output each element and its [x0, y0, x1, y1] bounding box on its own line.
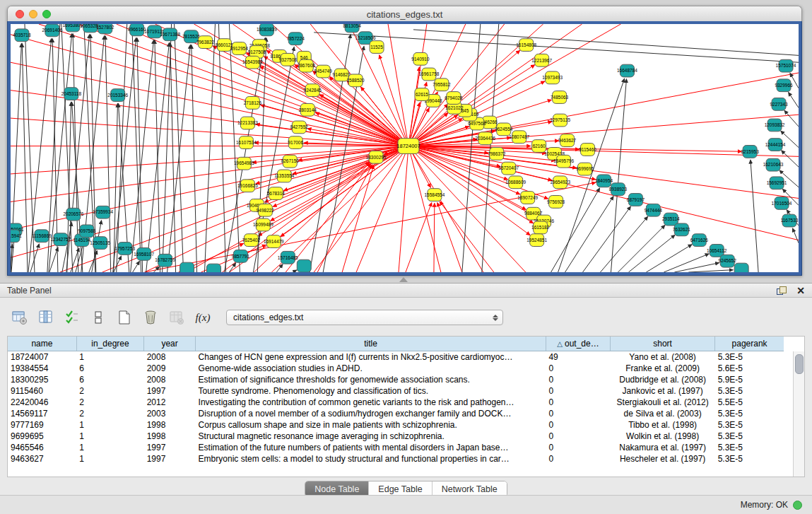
network-node[interactable]: 12444154	[765, 139, 786, 151]
network-node[interactable]	[297, 259, 311, 272]
network-node[interactable]: 1840954	[595, 175, 613, 187]
table-cell[interactable]: 5.3E-5	[715, 351, 784, 363]
network-node[interactable]: 16648784	[617, 64, 637, 77]
table-cell[interactable]: 18300295	[8, 374, 76, 385]
network-node[interactable]: 6471626	[690, 234, 709, 247]
table-cell[interactable]: Estimation of the future numbers of pati…	[196, 442, 546, 453]
black-edge[interactable]	[133, 261, 140, 272]
network-node[interactable]: 18724007	[396, 139, 420, 154]
network-node[interactable]: 19654923	[550, 176, 570, 189]
table-cell[interactable]: 19384554	[8, 363, 76, 374]
red-edge[interactable]	[406, 203, 432, 272]
network-view[interactable]: 4035718206914061695380910653287152780289…	[11, 24, 799, 272]
network-node[interactable]: 2867608	[298, 59, 316, 72]
table-cell[interactable]: 9699695	[8, 431, 76, 442]
table-cell[interactable]: Corpus callosum shape and size in male p…	[196, 419, 546, 431]
table-row[interactable]: 977716911998Corpus callosum shape and si…	[8, 419, 784, 431]
table-cell[interactable]: 1	[76, 419, 143, 431]
table-cell[interactable]: 5.3E-5	[715, 453, 784, 465]
network-node[interactable]: 7485063	[551, 91, 569, 104]
table-cell[interactable]: 2	[76, 385, 143, 397]
red-edge[interactable]	[187, 146, 408, 272]
delete-table-icon[interactable]	[142, 309, 159, 326]
network-node[interactable]: 8454749	[314, 65, 333, 78]
network-node[interactable]: 11525	[370, 41, 384, 54]
network-node[interactable]: 20206576	[63, 208, 83, 221]
red-edge[interactable]	[434, 203, 435, 272]
table-cell[interactable]: Jankovic et al. (1997)	[611, 385, 715, 397]
table-cell[interactable]: 1998	[144, 419, 196, 431]
black-edge[interactable]	[789, 93, 799, 108]
network-node[interactable]: 7625402	[242, 234, 261, 247]
red-edge[interactable]	[399, 146, 408, 272]
network-node[interactable]: 20453118	[61, 88, 82, 100]
table-scrollbar[interactable]	[793, 351, 804, 477]
network-node[interactable]	[207, 264, 221, 272]
column-header-out-degree[interactable]: △out_de…	[546, 337, 610, 351]
table-cell[interactable]: 9115460	[8, 385, 76, 397]
network-node[interactable]: 9242845	[304, 84, 322, 97]
table-cell[interactable]: 2003	[144, 408, 196, 419]
table-cell[interactable]: Hescheler et al. (1997)	[611, 453, 715, 465]
network-node[interactable]: 62160	[532, 140, 546, 153]
black-edge[interactable]	[611, 79, 626, 272]
table-cell[interactable]: 5.3E-5	[715, 385, 784, 397]
table-row[interactable]: 911546021997Tourette syndrome. Phenomeno…	[8, 385, 784, 397]
network-window[interactable]: citations_edges.txt 40357182069140616953…	[7, 6, 802, 276]
table-cell[interactable]: Tibbo et al. (1998)	[611, 419, 715, 431]
table-cell[interactable]: 6	[76, 363, 143, 374]
black-edge[interactable]	[628, 235, 675, 272]
black-edge[interactable]	[413, 30, 799, 55]
network-node[interactable]: 9857791	[232, 250, 250, 262]
table-row[interactable]: 946554611997Estimation of the future num…	[8, 442, 784, 453]
network-node[interactable]: 12505135	[90, 237, 110, 250]
network-node[interactable]	[734, 263, 748, 272]
table-cell[interactable]: Estimation of significance thresholds fo…	[196, 374, 546, 385]
table-row[interactable]: 1938455462009Genome-wide association stu…	[8, 363, 784, 374]
table-cell[interactable]: 14569117	[8, 408, 76, 419]
black-edge[interactable]	[583, 206, 631, 272]
network-node[interactable]: 9624554	[495, 123, 513, 136]
table-cell[interactable]: 6	[76, 374, 143, 385]
network-node[interactable]: 6879197	[627, 194, 645, 206]
network-node[interactable]: 9463627	[558, 134, 577, 147]
table-cell[interactable]: Yano et al. (2008)	[611, 351, 715, 363]
network-node[interactable]: 17359934	[93, 206, 113, 218]
close-window-icon[interactable]	[16, 10, 24, 18]
network-node[interactable]: 9474444	[645, 204, 663, 216]
network-node[interactable]: 7632621	[673, 223, 691, 236]
table-row[interactable]: 969969511998Structural magnetic resonanc…	[8, 431, 784, 442]
network-node[interactable]: 7963822	[196, 36, 215, 49]
network-node[interactable]: 2803144	[299, 103, 317, 116]
table-cell[interactable]: 5.3E-5	[715, 431, 784, 442]
function-builder-icon[interactable]: f(x)	[194, 309, 211, 326]
network-node[interactable]: 8966160	[128, 24, 146, 36]
table-cell[interactable]: Structural magnetic resonance image aver…	[196, 431, 546, 442]
network-node[interactable]: 1527802	[96, 24, 114, 34]
network-node[interactable]: 12213967	[531, 54, 552, 66]
network-node[interactable]: 15716485	[278, 251, 298, 264]
table-cell[interactable]: 1997	[144, 442, 196, 453]
network-node[interactable]: 9140910	[411, 52, 430, 65]
network-node[interactable]: 8215953	[741, 146, 760, 158]
table-row[interactable]: 1872400712008Changes of HCN gene express…	[8, 351, 784, 363]
table-cell[interactable]: Disruption of a novel member of a sodium…	[196, 408, 546, 419]
network-node[interactable]: 9329966	[775, 79, 793, 92]
table-cell[interactable]: 2012	[144, 397, 196, 408]
network-node[interactable]: 8267150	[281, 155, 300, 168]
table-cell[interactable]: 1	[76, 453, 143, 465]
network-node[interactable]: 16782759	[155, 254, 175, 267]
network-node[interactable]: 16107534	[236, 136, 257, 149]
black-edge[interactable]	[751, 160, 758, 272]
table-cell[interactable]: 9465546	[8, 442, 76, 453]
window-titlebar[interactable]: citations_edges.txt	[7, 6, 802, 23]
red-edge[interactable]	[254, 163, 370, 272]
black-edge[interactable]	[688, 270, 733, 272]
black-edge[interactable]	[105, 36, 111, 272]
table-cell[interactable]: Genome-wide association studies in ADHD.	[196, 363, 546, 374]
network-node[interactable]: 8427552	[290, 121, 309, 134]
network-node[interactable]: 4035718	[13, 29, 31, 42]
network-node[interactable]: 20153346	[107, 89, 128, 102]
network-node[interactable]: 9227343	[770, 98, 788, 111]
table-cell[interactable]: 22420046	[8, 397, 76, 408]
